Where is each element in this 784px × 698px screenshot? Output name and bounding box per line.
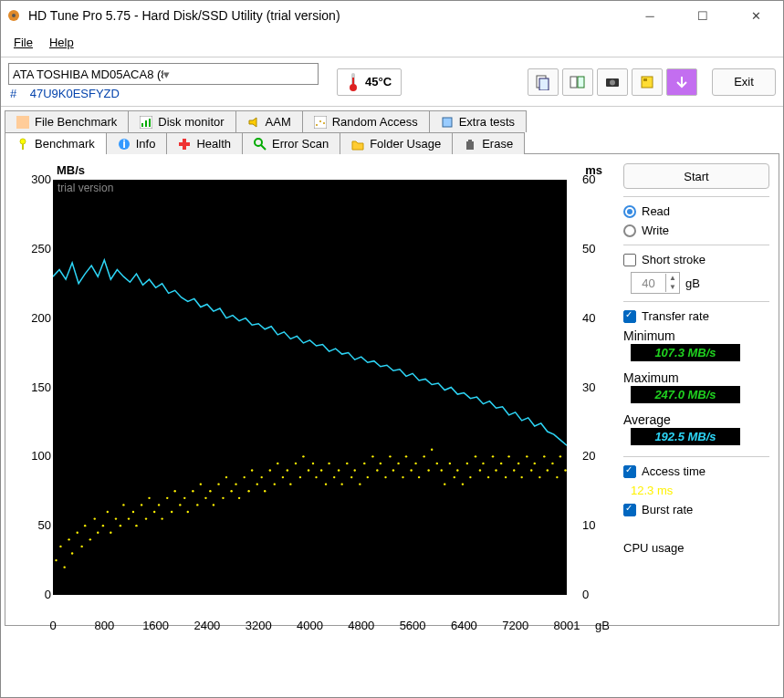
short-stroke-spinner[interactable]: 40▲▼ <box>631 272 680 294</box>
svg-point-109 <box>397 463 399 464</box>
copy-info-button[interactable] <box>528 68 559 96</box>
svg-point-27 <box>255 139 262 146</box>
svg-point-125 <box>466 463 468 464</box>
svg-point-56 <box>171 511 172 513</box>
svg-point-105 <box>380 463 382 464</box>
tab-file-benchmark[interactable]: File Benchmark <box>5 110 129 132</box>
svg-point-127 <box>475 455 476 457</box>
svg-rect-24 <box>22 144 24 150</box>
tab-error-scan[interactable]: Error Scan <box>242 132 340 154</box>
svg-point-119 <box>441 469 443 471</box>
y-left-tick: 250 <box>15 242 51 255</box>
y-right-tick: 20 <box>582 449 608 463</box>
burst-value: 328.4 MB/s <box>631 522 740 536</box>
screenshot-button[interactable] <box>597 68 628 96</box>
svg-point-147 <box>559 455 561 457</box>
titlebar: HD Tune Pro 5.75 - Hard Disk/SSD Utility… <box>1 1 783 30</box>
svg-point-38 <box>94 517 96 519</box>
svg-point-97 <box>346 463 348 464</box>
svg-point-74 <box>247 490 249 492</box>
close-button[interactable]: ✕ <box>743 3 768 28</box>
check-access-time[interactable]: Access time <box>623 464 769 478</box>
copy-data-button[interactable] <box>562 68 593 96</box>
tab-health[interactable]: Health <box>166 132 243 154</box>
svg-point-34 <box>77 532 78 534</box>
svg-point-131 <box>492 455 494 457</box>
check-burst-rate[interactable]: Burst rate <box>623 503 769 516</box>
y-right-tick: 30 <box>582 380 608 394</box>
svg-point-106 <box>384 476 386 478</box>
svg-point-37 <box>89 538 91 540</box>
svg-point-40 <box>102 525 104 526</box>
tab-folder-usage[interactable]: Folder Usage <box>340 132 453 154</box>
svg-point-53 <box>158 504 160 505</box>
svg-point-100 <box>359 483 361 484</box>
maximize-button[interactable]: ☐ <box>690 3 716 28</box>
device-selected: ATA TOSHIBA MD05ACA8 (8001 gB) <box>13 68 163 81</box>
svg-point-21 <box>323 122 325 124</box>
svg-point-98 <box>350 476 352 478</box>
menubar: File Help <box>1 30 783 57</box>
radio-write[interactable]: Write <box>623 224 769 237</box>
svg-point-101 <box>363 463 365 464</box>
svg-line-28 <box>261 145 266 150</box>
tab-disk-monitor[interactable]: Disk monitor <box>128 110 235 132</box>
tab-benchmark[interactable]: Benchmark <box>5 132 107 154</box>
device-select[interactable]: ATA TOSHIBA MD05ACA8 (8001 gB) ▾ <box>8 63 319 85</box>
y-left-tick: 50 <box>15 518 51 532</box>
svg-point-29 <box>55 559 57 561</box>
svg-point-35 <box>80 546 82 547</box>
svg-point-45 <box>122 504 124 505</box>
tab-erase[interactable]: Erase <box>452 132 525 154</box>
svg-point-117 <box>431 449 433 451</box>
svg-point-55 <box>166 497 168 499</box>
window-title: HD Tune Pro 5.75 - Hard Disk/SSD Utility… <box>28 8 637 23</box>
tab-aam[interactable]: AAM <box>235 110 303 132</box>
x-tick: 6400 <box>450 619 477 632</box>
device-serial[interactable]: # 47U9K0ESFYZD <box>8 85 319 100</box>
cpu-label: CPU usage <box>623 541 769 555</box>
svg-point-114 <box>418 476 420 478</box>
x-tick: 7200 <box>502 619 529 632</box>
options-button[interactable] <box>632 68 663 96</box>
svg-point-62 <box>196 504 198 505</box>
svg-point-124 <box>462 483 464 484</box>
tab-extra-tests[interactable]: Extra tests <box>429 110 527 132</box>
svg-point-103 <box>371 455 373 457</box>
svg-point-1 <box>12 14 16 17</box>
svg-point-112 <box>410 469 412 471</box>
svg-rect-12 <box>643 78 647 81</box>
svg-point-59 <box>183 497 185 499</box>
svg-point-144 <box>547 469 549 471</box>
tab-info[interactable]: iInfo <box>106 132 168 154</box>
menu-help[interactable]: Help <box>44 34 79 51</box>
x-tick: 2400 <box>193 619 221 632</box>
thermometer-icon <box>347 72 360 92</box>
toolbar: ATA TOSHIBA MD05ACA8 (8001 gB) ▾ # 47U9K… <box>1 57 783 107</box>
avg-value: 192.5 MB/s <box>631 428 740 445</box>
y-left-label: MB/s <box>57 163 85 177</box>
minimize-button[interactable]: ─ <box>637 3 663 28</box>
benchmark-pane: MB/s ms trial version gB 300250200150100… <box>5 153 779 626</box>
svg-point-142 <box>538 476 540 478</box>
svg-point-85 <box>295 463 297 464</box>
check-short-stroke[interactable]: Short stroke <box>623 253 769 266</box>
exit-button[interactable]: Exit <box>712 68 776 96</box>
menu-file[interactable]: File <box>8 34 38 51</box>
svg-point-107 <box>389 455 391 457</box>
svg-point-122 <box>454 476 455 478</box>
svg-point-42 <box>110 532 111 534</box>
radio-read[interactable]: Read <box>623 204 769 218</box>
x-right-label: gB <box>595 619 610 632</box>
svg-point-102 <box>367 476 369 478</box>
check-transfer-rate[interactable]: Transfer rate <box>623 309 769 323</box>
start-button[interactable]: Start <box>623 163 769 189</box>
svg-point-95 <box>338 469 340 471</box>
svg-rect-6 <box>539 78 549 90</box>
tab-random-access[interactable]: Random Access <box>302 110 430 132</box>
y-right-tick: 0 <box>582 588 608 601</box>
save-button[interactable] <box>666 68 697 96</box>
svg-point-123 <box>456 469 458 471</box>
svg-point-33 <box>71 552 73 554</box>
svg-point-126 <box>469 476 471 478</box>
